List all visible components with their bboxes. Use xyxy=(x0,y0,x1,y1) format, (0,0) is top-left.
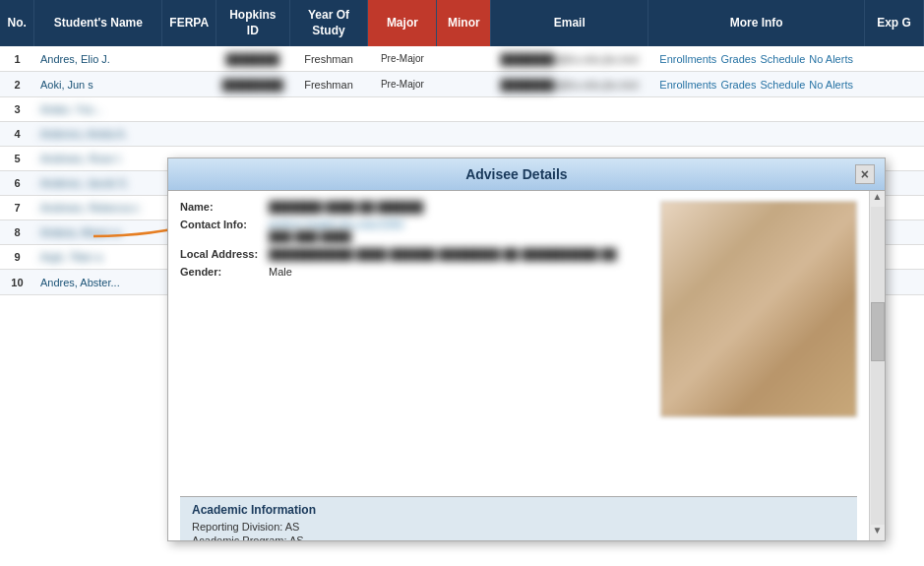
cell-no: 9 xyxy=(0,245,34,270)
modal-header: Advisee Details × xyxy=(168,158,885,191)
cell-year: Freshman xyxy=(289,46,368,72)
modal-body: Name: ███████ ████ ██ ██████ Contact Inf… xyxy=(168,191,885,540)
modal-title: Advisee Details xyxy=(178,166,855,182)
cell-no: 5 xyxy=(0,147,34,171)
cell-actions: EnrollmentsGradesScheduleNo Alerts xyxy=(648,46,865,72)
modal-scrollbar[interactable]: ▲ ▼ xyxy=(869,191,885,540)
cell-email xyxy=(491,122,648,147)
action-link[interactable]: Grades xyxy=(720,53,756,65)
action-link[interactable]: Enrollments xyxy=(659,53,716,65)
address-value: ███████████ ████ ██████ ████████ ██ ████… xyxy=(269,248,616,260)
cell-major: Pre-Major xyxy=(368,72,437,97)
advisee-details-modal: Advisee Details × Name: ███████ ████ ██ … xyxy=(167,157,886,541)
cell-name[interactable]: Anderso, Jacob S. xyxy=(34,171,162,196)
cell-name[interactable]: Andres, Elio J. xyxy=(34,46,162,72)
name-label: Name: xyxy=(180,201,269,213)
cell-name[interactable]: Ardan, Yso... xyxy=(34,97,162,122)
contact-values: andron-hopkin.jhu.edu/1050 ███ ███ ████ xyxy=(269,219,403,242)
spacer xyxy=(180,417,857,496)
scroll-up-arrow[interactable]: ▲ xyxy=(873,191,883,207)
cell-exp xyxy=(865,97,924,122)
cell-no: 7 xyxy=(0,196,34,220)
table-row: 3 Ardan, Yso... xyxy=(0,97,924,122)
action-link[interactable]: No Alerts xyxy=(809,79,853,91)
contact-phone: ███ ███ ████ xyxy=(269,230,403,242)
name-value: ███████ ████ ██ ██████ xyxy=(269,201,423,213)
col-header-year: Year Of Study xyxy=(289,0,368,46)
table-row: 1 Andres, Elio J. ███████ Freshman Pre-M… xyxy=(0,46,924,72)
cell-name[interactable]: Andrews, Rebecca c xyxy=(34,196,162,220)
cell-ferpa xyxy=(162,46,216,72)
cell-actions: EnrollmentsGradesScheduleNo Alerts xyxy=(648,72,865,97)
col-header-minor: Minor xyxy=(437,0,491,46)
info-section: Name: ███████ ████ ██ ██████ Contact Inf… xyxy=(180,201,857,417)
cell-ferpa xyxy=(162,72,216,97)
modal-close-button[interactable]: × xyxy=(855,164,875,184)
cell-name[interactable]: Ardana, Abaco a xyxy=(34,220,162,245)
cell-name[interactable]: Ardenno, Ariela A. xyxy=(34,122,162,147)
modal-content-area: Name: ███████ ████ ██ ██████ Contact Inf… xyxy=(168,191,869,540)
name-row: Name: ███████ ████ ██ ██████ xyxy=(180,201,648,213)
cell-minor xyxy=(437,72,491,97)
cell-no: 8 xyxy=(0,220,34,245)
action-link[interactable]: Grades xyxy=(720,79,756,91)
cell-no: 4 xyxy=(0,122,34,147)
cell-no: 1 xyxy=(0,46,34,72)
cell-actions xyxy=(648,122,865,147)
action-link[interactable]: Schedule xyxy=(760,53,805,65)
cell-hopkinsid xyxy=(216,97,289,122)
cell-major xyxy=(368,122,437,147)
col-header-ferpa: FERPA xyxy=(162,0,216,46)
cell-name[interactable]: Aoki, Jun s xyxy=(34,72,162,97)
cell-minor xyxy=(437,97,491,122)
academic-section: Academic Information Reporting Division:… xyxy=(180,496,857,540)
cell-actions xyxy=(648,97,865,122)
cell-no: 2 xyxy=(0,72,34,97)
cell-ferpa xyxy=(162,122,216,147)
cell-hopkinsid: ███████ xyxy=(216,46,289,72)
reporting-division: Reporting Division: AS xyxy=(192,521,845,533)
col-header-no: No. xyxy=(0,0,34,46)
cell-year xyxy=(289,122,368,147)
cell-email: ███████@jhu.edu.jbu.test xyxy=(491,72,648,97)
gender-value: Male xyxy=(269,266,292,278)
cell-hopkinsid xyxy=(216,122,289,147)
student-photo xyxy=(660,201,857,417)
table-row: 2 Aoki, Jun s ████████ Freshman Pre-Majo… xyxy=(0,72,924,97)
cell-name[interactable]: Argh, Tiber a xyxy=(34,245,162,270)
cell-year: Freshman xyxy=(289,72,368,97)
academic-title: Academic Information xyxy=(192,503,845,517)
col-header-email: Email xyxy=(491,0,648,46)
cell-ferpa xyxy=(162,97,216,122)
cell-exp xyxy=(865,72,924,97)
col-header-major: Major xyxy=(368,0,437,46)
gender-row: Gender: Male xyxy=(180,266,648,278)
scrollbar-track xyxy=(871,207,885,525)
cell-email: ███████@jhu.edu.jbu.test xyxy=(491,46,648,72)
contact-row: Contact Info: andron-hopkin.jhu.edu/1050… xyxy=(180,219,648,242)
gender-label: Gender: xyxy=(180,266,269,278)
col-header-hopkinsid: Hopkins ID xyxy=(216,0,289,46)
action-link[interactable]: Enrollments xyxy=(659,79,716,91)
cell-exp xyxy=(865,46,924,72)
cell-minor xyxy=(437,122,491,147)
cell-exp xyxy=(865,122,924,147)
cell-name[interactable]: Andrews, Rose I. xyxy=(34,147,162,171)
scrollbar-thumb[interactable] xyxy=(871,302,885,361)
cell-no: 3 xyxy=(0,97,34,122)
action-link[interactable]: No Alerts xyxy=(809,53,853,65)
cell-hopkinsid: ████████ xyxy=(216,72,289,97)
table-row: 4 Ardenno, Ariela A. xyxy=(0,122,924,147)
cell-major xyxy=(368,97,437,122)
scroll-down-arrow[interactable]: ▼ xyxy=(873,525,883,540)
address-row: Local Address: ███████████ ████ ██████ █… xyxy=(180,248,648,260)
cell-major: Pre-Major xyxy=(368,46,437,72)
info-labels: Name: ███████ ████ ██ ██████ Contact Inf… xyxy=(180,201,648,417)
contact-label: Contact Info: xyxy=(180,219,269,242)
cell-name[interactable]: Andres, Abster... xyxy=(34,270,162,295)
cell-minor xyxy=(437,46,491,72)
action-link[interactable]: Schedule xyxy=(760,79,805,91)
col-header-exp: Exp G xyxy=(865,0,924,46)
contact-email[interactable]: andron-hopkin.jhu.edu/1050 xyxy=(269,219,403,230)
cell-email xyxy=(491,97,648,122)
